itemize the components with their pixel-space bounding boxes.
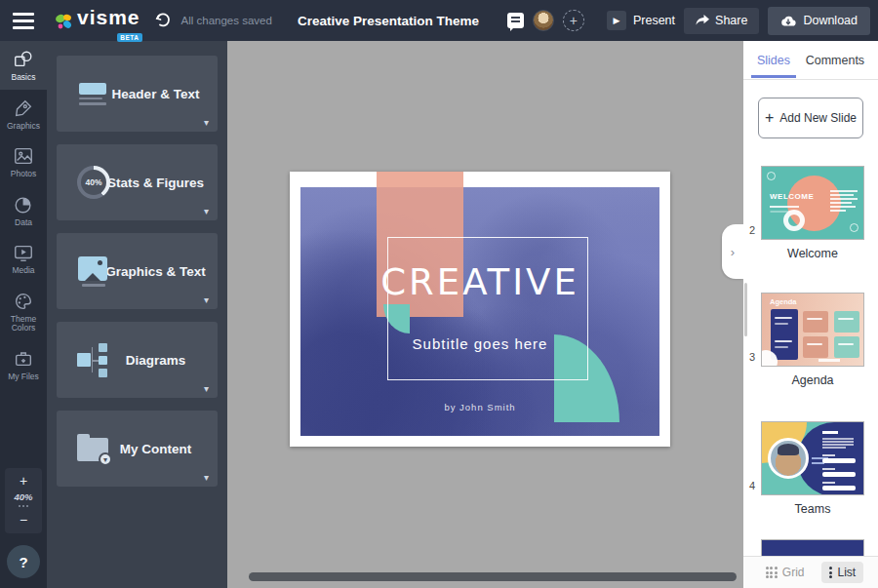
slide-thumbnail-row: 4 Teams: [761, 421, 864, 516]
grid-icon: [766, 567, 778, 578]
rail-item-media[interactable]: Media: [0, 234, 47, 283]
logo-text: visme: [77, 8, 140, 27]
agenda-salmon-card: [803, 311, 828, 333]
chevron-right-icon: ›: [731, 245, 735, 259]
plus-icon: +: [765, 109, 774, 127]
agenda-salmon-card: [803, 336, 828, 358]
slide-number: 3: [749, 351, 755, 363]
download-button[interactable]: Download: [768, 7, 870, 35]
welcome-donut-shape: [783, 210, 805, 231]
user-avatar[interactable]: [533, 10, 554, 31]
diagrams-icon: [77, 343, 110, 376]
rail-item-data[interactable]: Data: [0, 186, 47, 235]
current-slide[interactable]: CREATIVE Subtitle goes here by John Smit…: [290, 172, 670, 447]
zoom-dots-icon: [19, 505, 28, 507]
horizontal-scrollbar[interactable]: [249, 572, 737, 581]
top-bar: visme BETA All changes saved Creative Pr…: [0, 0, 878, 41]
agenda-teal-card: [834, 311, 859, 333]
section-stats-figures[interactable]: 40% Stats & Figures ▾: [57, 144, 218, 220]
present-button[interactable]: ▶ Present: [607, 11, 675, 30]
graphics-text-icon: [78, 256, 109, 287]
add-new-slide-button[interactable]: + Add New Slide: [758, 98, 863, 138]
slide-title-text[interactable]: CREATIVE: [290, 261, 670, 303]
pie-chart-icon: [13, 194, 34, 216]
palette-icon: [13, 291, 34, 312]
expand-caret-icon[interactable]: ▾: [204, 206, 209, 216]
welcome-ring-icon: [767, 172, 776, 180]
zoom-level: 40%: [14, 491, 32, 502]
briefcase-icon: [13, 348, 34, 370]
left-icon-rail: Basics Graphics Photos Data Media Theme …: [0, 41, 47, 588]
visme-editor: visme BETA All changes saved Creative Pr…: [0, 0, 878, 588]
header-text-icon: [79, 83, 108, 105]
share-button[interactable]: Share: [684, 8, 759, 34]
save-status: All changes saved: [181, 15, 272, 26]
slide-thumbnail-label: Teams: [761, 502, 864, 516]
notes-icon[interactable]: [507, 13, 524, 28]
invite-collaborator-button[interactable]: +: [563, 10, 584, 31]
document-title: Creative Presentation Theme: [298, 14, 479, 28]
slide-thumbnail-row: Agenda 3 Agenda: [761, 293, 864, 387]
section-my-content[interactable]: ▾ My Content ▾: [57, 411, 218, 487]
slide-outline-frame[interactable]: [387, 237, 588, 380]
list-view-button[interactable]: List: [821, 562, 863, 583]
rail-item-my-files[interactable]: My Files: [0, 340, 47, 389]
slide-byline-text[interactable]: by John Smith: [290, 402, 670, 412]
vector-icon: [13, 98, 34, 119]
video-icon: [13, 242, 34, 263]
tab-slides[interactable]: Slides: [755, 43, 792, 78]
list-icon: [829, 567, 832, 578]
section-graphics-text[interactable]: Graphics & Text ▾: [57, 233, 218, 309]
zoom-in-button[interactable]: +: [20, 474, 27, 488]
expand-caret-icon[interactable]: ▾: [204, 294, 209, 305]
slide-thumbnail-row: WELCOME 2 Welcome: [761, 166, 864, 260]
image-icon: [13, 145, 34, 167]
slide-number: 2: [749, 224, 755, 236]
invite-plus-icon: +: [570, 13, 578, 28]
slide-thumbnail-label: Welcome: [761, 247, 864, 260]
rail-item-theme-colors[interactable]: Theme Colors: [0, 283, 47, 340]
play-icon: ▶: [607, 11, 626, 30]
hamburger-menu-icon[interactable]: [0, 0, 47, 41]
logo-flower-icon: [53, 12, 74, 33]
slide-thumbnail-partial[interactable]: [761, 539, 864, 556]
editor-canvas[interactable]: CREATIVE Subtitle goes here by John Smit…: [227, 41, 743, 588]
expand-caret-icon[interactable]: ▾: [204, 383, 209, 394]
grid-view-button[interactable]: Grid: [758, 562, 813, 583]
basics-panel: Header & Text ▾ 40% Stats & Figures ▾ Gr…: [47, 41, 227, 588]
expand-caret-icon[interactable]: ▾: [204, 472, 209, 483]
my-content-folder-icon: ▾: [77, 434, 110, 463]
visme-logo[interactable]: visme BETA: [53, 8, 140, 33]
beta-badge: BETA: [117, 33, 141, 42]
panel-collapse-handle[interactable]: ›: [722, 224, 743, 279]
view-toggle-bar: Grid List: [743, 556, 878, 588]
slide-number: 4: [749, 480, 755, 491]
help-button[interactable]: ?: [7, 545, 40, 578]
rail-item-photos[interactable]: Photos: [0, 137, 47, 186]
slide-thumbnail-label: Agenda: [761, 373, 864, 387]
slides-panel: Slides Comments + Add New Slide WELCOME …: [743, 41, 878, 588]
panel-scrollbar-thumb[interactable]: [744, 283, 747, 336]
slide-thumbnail-welcome[interactable]: WELCOME: [761, 166, 864, 240]
section-diagrams[interactable]: Diagrams ▾: [57, 322, 218, 398]
rail-item-basics[interactable]: Basics: [0, 41, 47, 90]
slide-subtitle-text[interactable]: Subtitle goes here: [290, 335, 670, 352]
agenda-teal-card: [834, 336, 859, 358]
stats-donut-icon: 40%: [77, 166, 110, 199]
panel-tabs: Slides Comments: [743, 41, 878, 80]
slide-thumbnail-teams[interactable]: [761, 421, 864, 495]
expand-caret-icon[interactable]: ▾: [204, 117, 209, 128]
share-icon: [696, 15, 709, 27]
shapes-icon: [13, 49, 34, 70]
section-header-text[interactable]: Header & Text ▾: [57, 56, 218, 132]
tab-comments[interactable]: Comments: [804, 43, 866, 78]
teams-member-photo: [768, 438, 809, 479]
zoom-widget: + 40% −: [5, 468, 42, 533]
download-cloud-icon: [780, 15, 796, 27]
rail-item-graphics[interactable]: Graphics: [0, 90, 47, 138]
undo-button[interactable]: [152, 10, 174, 31]
zoom-out-button[interactable]: −: [20, 513, 27, 527]
welcome-ring-icon: [850, 223, 858, 232]
slide-thumbnail-agenda[interactable]: Agenda: [761, 293, 864, 367]
